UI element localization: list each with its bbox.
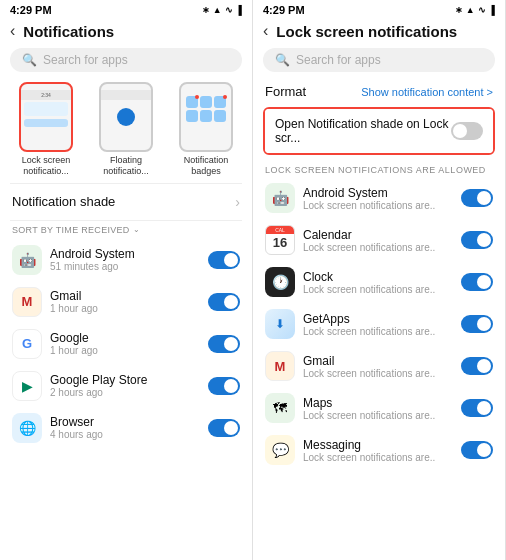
search-placeholder-right: Search for apps xyxy=(296,53,381,67)
app-name-maps: Maps xyxy=(303,396,453,410)
notif-style-lock[interactable]: 2:34 Lock screennotificatio... xyxy=(10,82,82,177)
back-button-right[interactable]: ‹ xyxy=(263,22,268,40)
status-time-right: 4:29 PM xyxy=(263,4,305,16)
toggle-gmail-r[interactable] xyxy=(461,357,493,375)
app-item-gmail[interactable]: M Gmail 1 hour ago xyxy=(0,281,252,323)
app-icon-play: ▶ xyxy=(12,371,42,401)
app-item-gmail-r[interactable]: M Gmail Lock screen notifications are.. xyxy=(253,345,505,387)
phone-time: 2:34 xyxy=(21,90,71,100)
float-dot xyxy=(117,108,135,126)
toggle-messaging[interactable] xyxy=(461,441,493,459)
app-item-android-r[interactable]: 🤖 Android System Lock screen notificatio… xyxy=(253,177,505,219)
sort-label: SORT BY TIME RECEIVED ⌄ xyxy=(0,221,252,239)
toggle-gmail-left[interactable] xyxy=(208,293,240,311)
app-name-getapps: GetApps xyxy=(303,312,453,326)
status-icons-left: ∗ ▲ ∿ ▐ xyxy=(202,5,242,15)
app-item-calendar[interactable]: CAL 16 Calendar Lock screen notification… xyxy=(253,219,505,261)
bluetooth-icon-r: ∗ xyxy=(455,5,463,15)
app-name-messaging: Messaging xyxy=(303,438,453,452)
lock-section-label: LOCK SCREEN NOTIFICATIONS ARE ALLOWED xyxy=(253,159,505,177)
notif-style-badges[interactable]: Notificationbadges xyxy=(170,82,242,177)
badges-style-label: Notificationbadges xyxy=(184,155,229,177)
signal-icon-r: ▲ xyxy=(466,5,475,15)
toggle-browser[interactable] xyxy=(208,419,240,437)
open-notif-item[interactable]: Open Notification shade on Lock scr... xyxy=(265,109,493,153)
app-item-getapps[interactable]: ⬇ GetApps Lock screen notifications are.… xyxy=(253,303,505,345)
app-icon-clock: 🕐 xyxy=(265,267,295,297)
format-row: Format Show notification content > xyxy=(253,76,505,103)
search-bar-right[interactable]: 🔍 Search for apps xyxy=(263,48,495,72)
app-icon-android-r: 🤖 xyxy=(265,183,295,213)
app-sub-getapps: Lock screen notifications are.. xyxy=(303,326,453,337)
app-time-google: 1 hour ago xyxy=(50,345,200,356)
toggle-play[interactable] xyxy=(208,377,240,395)
wifi-icon-r: ∿ xyxy=(478,5,486,15)
app-name-gmail-r: Gmail xyxy=(303,354,453,368)
toggle-calendar[interactable] xyxy=(461,231,493,249)
app-icon-gmail: M xyxy=(12,287,42,317)
left-panel: 4:29 PM ∗ ▲ ∿ ▐ ‹ Notifications 🔍 Search… xyxy=(0,0,253,560)
app-info-calendar: Calendar Lock screen notifications are.. xyxy=(303,228,453,253)
top-bar-right: ‹ Lock screen notifications xyxy=(253,18,505,44)
app-name-gmail: Gmail xyxy=(50,289,200,303)
floating-icon xyxy=(99,82,153,152)
app-item-maps[interactable]: 🗺 Maps Lock screen notifications are.. xyxy=(253,387,505,429)
app-info-browser: Browser 4 hours ago xyxy=(50,415,200,440)
notif-card-2 xyxy=(24,119,68,127)
sort-text: SORT BY TIME RECEIVED xyxy=(12,225,130,235)
badge-grid xyxy=(182,92,230,126)
app-info-android: Android System 51 minutes ago xyxy=(50,247,200,272)
toggle-android[interactable] xyxy=(208,251,240,269)
app-time-gmail: 1 hour ago xyxy=(50,303,200,314)
badge-app-5 xyxy=(200,110,212,122)
chevron-icon-shade: › xyxy=(235,194,240,210)
app-info-clock: Clock Lock screen notifications are.. xyxy=(303,270,453,295)
status-bar-left: 4:29 PM ∗ ▲ ∿ ▐ xyxy=(0,0,252,18)
search-bar-left[interactable]: 🔍 Search for apps xyxy=(10,48,242,72)
app-time-play: 2 hours ago xyxy=(50,387,200,398)
app-icon-gmail-r: M xyxy=(265,351,295,381)
app-time-browser: 4 hours ago xyxy=(50,429,200,440)
app-name-calendar: Calendar xyxy=(303,228,453,242)
app-sub-calendar: Lock screen notifications are.. xyxy=(303,242,453,253)
app-item-messaging[interactable]: 💬 Messaging Lock screen notifications ar… xyxy=(253,429,505,471)
format-link[interactable]: Show notification content > xyxy=(361,86,493,98)
app-item-clock[interactable]: 🕐 Clock Lock screen notifications are.. xyxy=(253,261,505,303)
badges-icon xyxy=(179,82,233,152)
app-icon-google: G xyxy=(12,329,42,359)
app-list-left: 🤖 Android System 51 minutes ago M Gmail … xyxy=(0,239,252,449)
badge-app-3 xyxy=(214,96,226,108)
app-info-android-r: Android System Lock screen notifications… xyxy=(303,186,453,211)
app-name-google: Google xyxy=(50,331,200,345)
wifi-icon: ∿ xyxy=(225,5,233,15)
floating-style-label: Floatingnotificatio... xyxy=(103,155,149,177)
right-panel: 4:29 PM ∗ ▲ ∿ ▐ ‹ Lock screen notificati… xyxy=(253,0,506,560)
app-item-google[interactable]: G Google 1 hour ago xyxy=(0,323,252,365)
app-icon-getapps: ⬇ xyxy=(265,309,295,339)
app-info-maps: Maps Lock screen notifications are.. xyxy=(303,396,453,421)
notification-shade-info: Notification shade xyxy=(12,194,115,209)
app-name-android: Android System xyxy=(50,247,200,261)
badge-app-4 xyxy=(186,110,198,122)
battery-icon-r: ▐ xyxy=(489,5,495,15)
open-notif-toggle[interactable] xyxy=(451,122,483,140)
app-item-play[interactable]: ▶ Google Play Store 2 hours ago xyxy=(0,365,252,407)
toggle-clock[interactable] xyxy=(461,273,493,291)
toggle-getapps[interactable] xyxy=(461,315,493,333)
notif-style-floating[interactable]: Floatingnotificatio... xyxy=(90,82,162,177)
app-item-android[interactable]: 🤖 Android System 51 minutes ago xyxy=(0,239,252,281)
toggle-android-r[interactable] xyxy=(461,189,493,207)
notification-shade-item[interactable]: Notification shade › xyxy=(0,184,252,220)
floating-phone-time xyxy=(101,90,151,100)
back-button-left[interactable]: ‹ xyxy=(10,22,15,40)
open-notif-text: Open Notification shade on Lock scr... xyxy=(275,117,451,145)
app-icon-calendar: CAL 16 xyxy=(265,225,295,255)
toggle-google[interactable] xyxy=(208,335,240,353)
signal-icon: ▲ xyxy=(213,5,222,15)
battery-icon: ▐ xyxy=(236,5,242,15)
search-icon-right: 🔍 xyxy=(275,53,290,67)
app-info-getapps: GetApps Lock screen notifications are.. xyxy=(303,312,453,337)
app-item-browser[interactable]: 🌐 Browser 4 hours ago xyxy=(0,407,252,449)
toggle-maps[interactable] xyxy=(461,399,493,417)
app-sub-clock: Lock screen notifications are.. xyxy=(303,284,453,295)
